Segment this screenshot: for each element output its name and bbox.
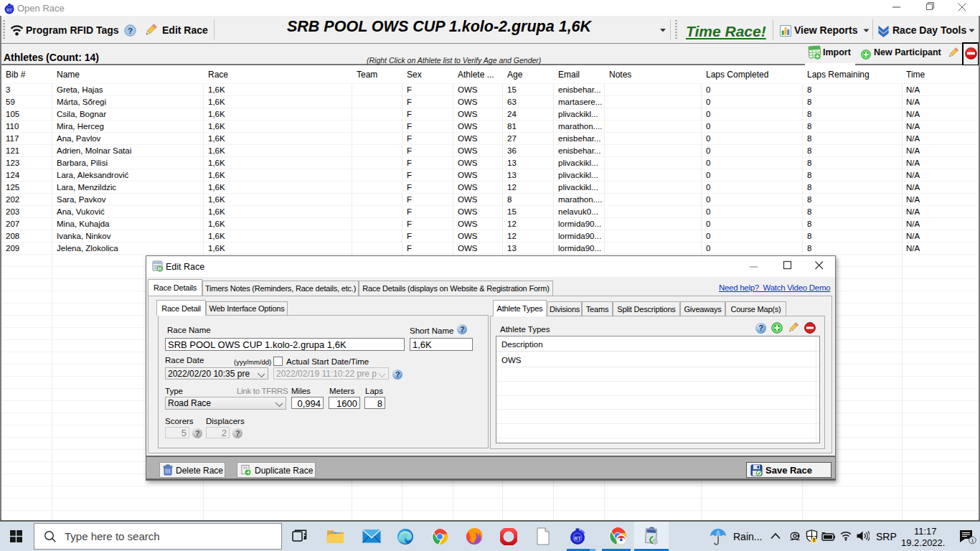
svg-text:?: ? xyxy=(128,27,133,35)
svg-text:1: 1 xyxy=(971,537,974,544)
svg-text:RT: RT xyxy=(7,8,12,12)
svg-text:RT: RT xyxy=(574,536,581,541)
